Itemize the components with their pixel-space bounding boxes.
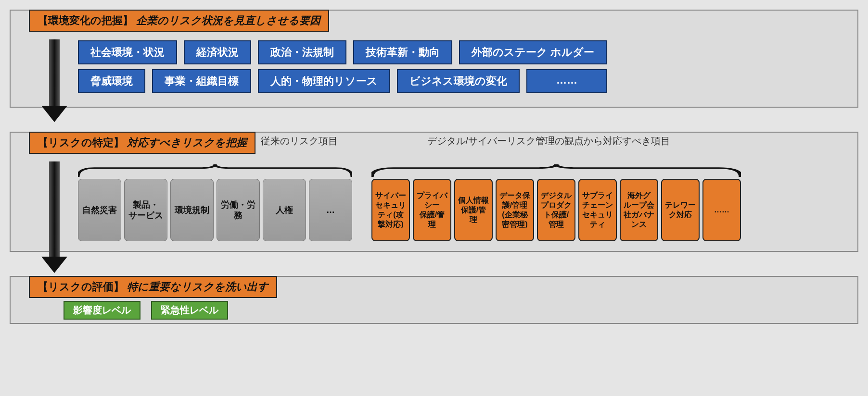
risk-card: 環境規制	[170, 179, 214, 241]
flow-arrow-1	[44, 39, 64, 116]
risk-card: サプライチェーンセキュリティ	[578, 179, 617, 241]
risk-card: …	[309, 179, 352, 241]
conventional-cards: 自然災害 製品・サービス 環境規制 労働・労務 人権 …	[78, 179, 352, 241]
risk-card: ……	[702, 179, 741, 241]
eval-desc: 特に重要なリスクを洗い出す	[127, 281, 268, 293]
conventional-group: 自然災害 製品・サービス 環境規制 労働・労務 人権 …	[78, 164, 352, 241]
eval-tags: 影響度レベル 緊急性レベル	[64, 301, 228, 320]
eval-title: 【リスクの評価】	[38, 281, 124, 293]
env-row-2: 脅威環境 事業・組織目標 人的・物理的リソース ビジネス環境の変化 ……	[78, 69, 849, 93]
flow-arrow-2	[44, 161, 64, 238]
risk-card: 労働・労務	[217, 179, 260, 241]
section-evaluate-header: 【リスクの評価】 特に重要なリスクを洗い出す	[29, 276, 277, 298]
section-environment-header: 【環境変化の把握】 企業のリスク状況を見直しさせる要因	[29, 10, 329, 32]
env-tag: 経済状況	[184, 40, 251, 64]
digital-group: サイバーセキュリティ(攻撃対応) プライバシー保護/管理 個人情報保護/管理 デ…	[371, 164, 741, 241]
impact-level-tag: 影響度レベル	[64, 301, 140, 320]
env-tag: ビジネス環境の変化	[397, 69, 520, 93]
env-row-1: 社会環境・状況 経済状況 政治・法規制 技術革新・動向 外部のステーク ホルダー	[78, 40, 849, 64]
brace-icon	[371, 164, 741, 177]
section-environment: 【環境変化の把握】 企業のリスク状況を見直しさせる要因 社会環境・状況 経済状況…	[10, 10, 858, 108]
env-tag: 技術革新・動向	[353, 40, 452, 64]
env-tag: 政治・法規制	[258, 40, 346, 64]
risk-card: プライバシー保護/管理	[413, 179, 451, 241]
sublabel-conventional: 従来のリスク項目	[261, 136, 338, 146]
env-title: 【環境変化の把握】	[38, 14, 133, 26]
risk-sublabels: 従来のリスク項目 デジタル/サイバーリスク管理の観点から対応すべき項目	[261, 135, 670, 148]
env-rows: 社会環境・状況 経済状況 政治・法規制 技術革新・動向 外部のステーク ホルダー…	[78, 40, 849, 93]
env-tag: 人的・物理的リソース	[258, 69, 390, 93]
env-tag: 社会環境・状況	[78, 40, 177, 64]
section-identify-header: 【リスクの特定】 対応すべきリスクを把握	[29, 132, 255, 154]
risk-card: データ保護/管理(企業秘密管理)	[496, 179, 534, 241]
brace-icon	[78, 164, 352, 177]
risk-card: 自然災害	[78, 179, 121, 241]
section-evaluate: 【リスクの評価】 特に重要なリスクを洗い出す 影響度レベル 緊急性レベル	[10, 276, 858, 324]
identify-title: 【リスクの特定】	[38, 136, 124, 148]
env-desc: 企業のリスク状況を見直しさせる要因	[136, 14, 320, 26]
section-identify: 【リスクの特定】 対応すべきリスクを把握 従来のリスク項目 デジタル/サイバーリ…	[10, 132, 858, 252]
identify-desc: 対応すべきリスクを把握	[127, 136, 247, 148]
risk-card: 人権	[263, 179, 306, 241]
risk-card: 製品・サービス	[124, 179, 167, 241]
sublabel-digital: デジタル/サイバーリスク管理の観点から対応すべき項目	[427, 136, 671, 146]
env-tag: ……	[526, 69, 607, 93]
risk-body: 自然災害 製品・サービス 環境規制 労働・労務 人権 … サイバーセキュリティ(…	[78, 164, 849, 241]
urgency-level-tag: 緊急性レベル	[151, 301, 228, 320]
risk-card: 個人情報保護/管理	[454, 179, 493, 241]
digital-cards: サイバーセキュリティ(攻撃対応) プライバシー保護/管理 個人情報保護/管理 デ…	[371, 179, 741, 241]
risk-card: 海外グループ会社ガバナンス	[620, 179, 658, 241]
risk-card: サイバーセキュリティ(攻撃対応)	[371, 179, 410, 241]
env-tag: 脅威環境	[78, 69, 145, 93]
risk-card: デジタルプロダクト保護/管理	[537, 179, 575, 241]
env-tag: 事業・組織目標	[152, 69, 251, 93]
risk-card: テレワーク対応	[661, 179, 700, 241]
env-tag: 外部のステーク ホルダー	[459, 40, 607, 64]
